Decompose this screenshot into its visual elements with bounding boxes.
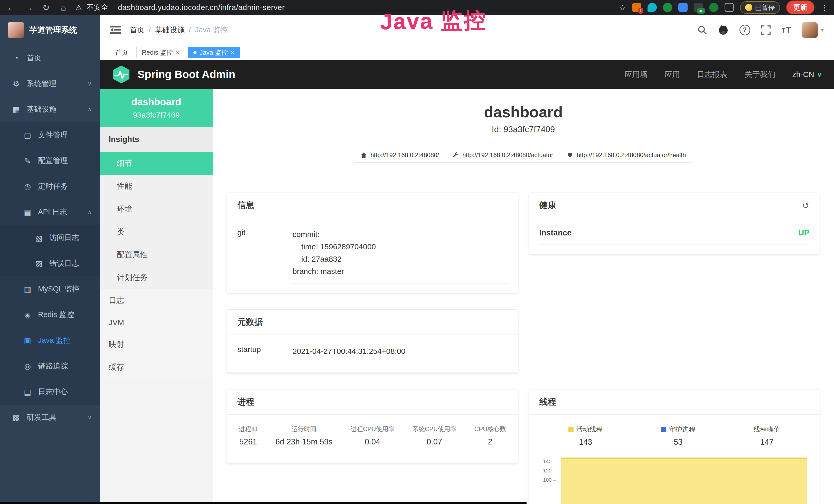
stat-value: 0.07	[413, 437, 456, 446]
font-size-icon[interactable]: тT	[782, 25, 791, 35]
sba-instance-id: 93a3fc7f7409	[105, 111, 207, 119]
sidebar-item-tracing[interactable]: ◎ 链路追踪	[0, 353, 100, 379]
y-axis-tick: 100	[540, 477, 556, 483]
close-icon[interactable]: ×	[231, 49, 235, 56]
address-bar[interactable]: ⚠ 不安全 dashboard.yudao.iocoder.cn/infra/a…	[75, 3, 612, 12]
chrome-update-button[interactable]: 更新	[786, 1, 814, 15]
chevron-down-icon: ∨	[88, 414, 92, 421]
instance-service-url-button[interactable]: http://192.168.0.2:48080/	[354, 147, 446, 162]
sba-nav-wallboard[interactable]: 应用墙	[624, 69, 648, 80]
process-stat-uptime: 运行时间 6d 23h 15m 59s	[275, 425, 332, 446]
tab-redis-monitor[interactable]: Redis 监控 ×	[136, 47, 185, 58]
sidebar-item-home[interactable]: ◔ 首页	[0, 45, 100, 71]
health-card: 健康 ↺ Instance UP	[529, 193, 820, 254]
sidebar-item-redis-monitor[interactable]: ◈ Redis 监控	[0, 302, 100, 328]
bookmark-star-icon[interactable]: ☆	[619, 3, 626, 12]
insecure-warning-icon[interactable]: ⚠	[75, 3, 82, 12]
close-icon[interactable]: ×	[176, 49, 179, 56]
sidebar-item-infrastructure[interactable]: ▦ 基础设施 ∧	[0, 96, 100, 122]
sba-menu-item-caches[interactable]: 缓存	[100, 356, 213, 379]
sidebar-item-mysql-monitor[interactable]: ▥ MySQL 监控	[0, 276, 100, 302]
sba-language-select[interactable]: zh-CN ∨	[792, 70, 822, 79]
sba-menu-item-scheduled-tasks[interactable]: 计划任务	[100, 266, 213, 289]
tab-label: Java 监控	[200, 48, 228, 57]
browser-home-icon[interactable]: ⌂	[58, 3, 69, 13]
breadcrumb-home[interactable]: 首页	[130, 25, 145, 35]
help-icon[interactable]: ?	[740, 25, 750, 36]
sidebar-item-devtools[interactable]: ▩ 研发工具 ∨	[0, 405, 100, 430]
sba-menu-item-config-props[interactable]: 配置属性	[100, 244, 213, 266]
detail-cards-grid: 信息 git commit: time: 1596289704000 id: 2…	[227, 193, 820, 504]
user-avatar-menu[interactable]: ▾	[802, 22, 824, 38]
sba-menu-item-mappings[interactable]: 映射	[100, 333, 213, 356]
app-frame: 芋道管理系统 ◔ 首页 ⚙ 系统管理 ∨ ▦ 基础设施 ∧ ▢ 文件管理 ✎ 配…	[0, 15, 834, 504]
extension-icon-2[interactable]	[648, 3, 657, 12]
stat-label: 进程CPU使用率	[351, 425, 395, 433]
instance-health-url-button[interactable]: http://192.168.0.2:48080/actuator/health	[560, 147, 693, 162]
card-title: 元数据	[237, 316, 263, 328]
refresh-history-icon[interactable]: ↺	[802, 200, 810, 210]
redis-icon: ◈	[23, 311, 32, 319]
sidebar-fold-icon[interactable]	[110, 26, 121, 35]
extension-icon-6[interactable]	[709, 3, 719, 12]
sidebar-item-config-management[interactable]: ✎ 配置管理	[0, 148, 100, 174]
tab-java-monitor[interactable]: Java 监控 ×	[188, 47, 240, 58]
search-icon[interactable]	[697, 25, 707, 35]
stat-label: 进程ID	[239, 425, 257, 433]
fullscreen-icon[interactable]	[761, 25, 771, 35]
url-text[interactable]: dashboard.yudao.iocoder.cn/infra/admin-s…	[118, 3, 285, 12]
chrome-menu-kebab-icon[interactable]: ⋮	[821, 3, 828, 12]
sidebar-item-file-management[interactable]: ▢ 文件管理	[0, 122, 100, 148]
sba-nav-about[interactable]: 关于我们	[745, 69, 775, 80]
profile-paused-badge[interactable]: 已暂停	[740, 1, 780, 14]
browser-back-icon[interactable]: ←	[6, 3, 17, 13]
sidebar-item-label: 定时任务	[38, 181, 68, 191]
extension-icon-5[interactable]: on	[694, 3, 703, 12]
profile-avatar-icon	[745, 4, 752, 11]
extension-icon-1[interactable]: 1	[632, 3, 641, 12]
sba-nav-applications[interactable]: 应用	[664, 69, 680, 80]
github-icon[interactable]	[718, 25, 729, 36]
sba-menu-item-metrics[interactable]: 性能	[100, 175, 213, 198]
sidebar-item-error-logs[interactable]: ▨ 错误日志	[0, 251, 100, 276]
git-id-line: id: 27aa832	[292, 253, 507, 265]
extension-icon-3[interactable]	[663, 3, 672, 12]
mysql-icon: ▥	[23, 285, 32, 294]
sba-nav-journal[interactable]: 日志报表	[697, 69, 728, 80]
paused-label: 已暂停	[755, 3, 775, 12]
sidebar-item-java-monitor[interactable]: ▣ Java 监控	[0, 328, 100, 353]
sba-menu-item-details[interactable]: 细节	[100, 152, 213, 175]
sidebar-item-system-management[interactable]: ⚙ 系统管理 ∨	[0, 71, 100, 96]
browser-forward-icon[interactable]: →	[23, 3, 34, 13]
legend-value: 147	[753, 437, 780, 447]
java-icon: ▣	[23, 336, 32, 345]
legend-swatch-yellow	[568, 427, 574, 432]
sba-instance-header[interactable]: dashboard 93a3fc7f7409	[100, 89, 213, 127]
sidebar-item-log-center[interactable]: ▤ 日志中心	[0, 379, 100, 405]
sidebar-item-api-logs[interactable]: ▤ API 日志 ∧	[0, 199, 100, 225]
sba-menu-item-classes[interactable]: 类	[100, 221, 213, 244]
app-logo[interactable]: 芋道管理系统	[0, 15, 100, 45]
legend-daemon-threads: 守护进程 53	[661, 425, 695, 447]
tab-home[interactable]: 首页	[110, 47, 133, 58]
sidebar-item-access-logs[interactable]: ▧ 访问日志	[0, 225, 100, 251]
chevron-up-icon: ∧	[88, 106, 92, 113]
health-instance-row[interactable]: Instance UP	[540, 228, 810, 245]
sidebar-item-label: 研发工具	[27, 412, 57, 422]
browser-reload-icon[interactable]: ↻	[41, 2, 51, 13]
sidebar-item-scheduled-tasks[interactable]: ◷ 定时任务	[0, 174, 100, 199]
instance-actuator-url-button[interactable]: http://192.168.0.2:48080/actuator	[446, 147, 560, 162]
navbar-actions: ? тT ▾	[697, 22, 824, 38]
sba-menu-item-jvm[interactable]: JVM	[100, 312, 213, 333]
sba-brand-title[interactable]: Spring Boot Admin	[137, 68, 235, 81]
metadata-card: 元数据 startup 2021-04-27T00:44:31.254+08:0…	[227, 310, 518, 372]
sba-menu-item-logfile[interactable]: 日志	[100, 289, 213, 312]
sidebar-item-label: 日志中心	[38, 387, 68, 397]
breadcrumb-infrastructure[interactable]: 基础设施	[155, 25, 185, 35]
extension-icon-4[interactable]	[678, 3, 687, 12]
extensions-puzzle-icon[interactable]	[725, 3, 734, 12]
threads-area-chart: 140 120 100	[540, 454, 810, 504]
sba-menu-item-environment[interactable]: 环境	[100, 198, 213, 221]
tags-view-bar: 首页 Redis 监控 × Java 监控 ×	[100, 45, 834, 60]
card-title: 健康	[540, 200, 556, 211]
